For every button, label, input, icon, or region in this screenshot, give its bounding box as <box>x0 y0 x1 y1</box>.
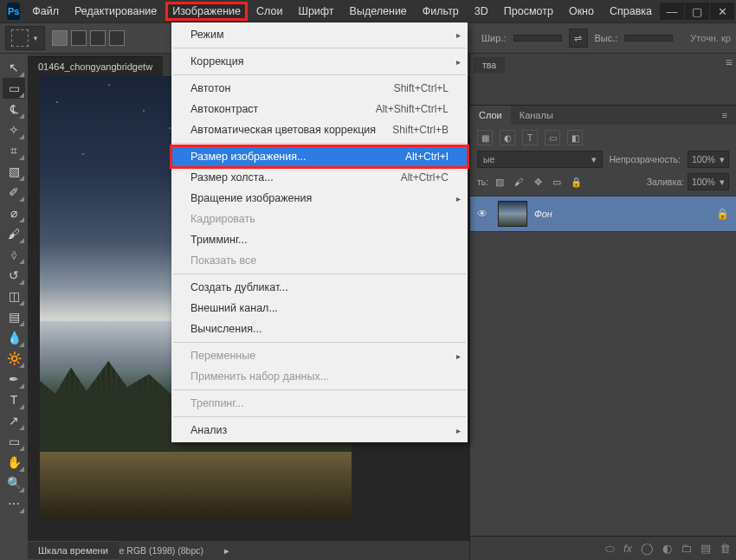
lock-pixels-icon[interactable]: 🖌 <box>511 174 526 190</box>
filter-adjust-icon[interactable]: ◐ <box>500 130 515 145</box>
menu-файл[interactable]: Файл <box>25 2 66 21</box>
menu-слои[interactable]: Слои <box>249 2 289 21</box>
fx-icon[interactable]: fx <box>623 542 632 555</box>
menu-выделение[interactable]: Выделение <box>343 2 414 21</box>
group-icon[interactable]: 🗀 <box>681 542 692 555</box>
menu-shortcut: Alt+Shift+Ctrl+L <box>376 103 449 115</box>
maximize-button[interactable]: ▢ <box>685 3 709 20</box>
menu-item-label: Переменные <box>190 350 255 362</box>
filter-shape-icon[interactable]: ▭ <box>545 130 560 145</box>
shape-new[interactable] <box>52 30 68 46</box>
refine-edge[interactable]: Уточн. кр <box>690 33 731 43</box>
spot-heal-tool[interactable]: ⌀ <box>3 203 25 223</box>
eyedropper-tool[interactable]: ✐ <box>3 182 25 203</box>
filter-smart-icon[interactable]: ◧ <box>567 130 583 145</box>
adjustment-icon[interactable]: ◐ <box>662 542 672 555</box>
menu-item-вычисления-[interactable]: Вычисления... <box>171 319 468 339</box>
menu-item-размер-холста-[interactable]: Размер холста...Alt+Ctrl+C <box>171 167 468 188</box>
menu-item-автоконтраст[interactable]: АвтоконтрастAlt+Shift+Ctrl+L <box>171 99 468 119</box>
minimize-button[interactable]: — <box>660 3 684 20</box>
move-tool[interactable]: ↖ <box>3 57 25 78</box>
height-input[interactable] <box>624 35 673 42</box>
shape-tool[interactable]: ▭ <box>3 431 25 452</box>
visibility-icon[interactable]: 👁 <box>477 208 491 220</box>
menu-item-анализ[interactable]: Анализ <box>171 420 468 441</box>
menu-item-тримминг-[interactable]: Тримминг... <box>171 229 468 250</box>
menu-3d[interactable]: 3D <box>468 2 495 21</box>
tool-preset[interactable]: ▼ <box>5 26 45 50</box>
history-brush-tool[interactable]: ↺ <box>3 265 25 286</box>
link-wh-button[interactable]: ⇌ <box>569 29 588 48</box>
menu-окно[interactable]: Окно <box>562 2 601 21</box>
lock-transparent-icon[interactable]: ▨ <box>492 174 507 190</box>
menu-item-треппинг-: Треппинг... <box>171 393 468 414</box>
delete-icon[interactable]: 🗑 <box>720 542 731 555</box>
hand-tool[interactable]: ✋ <box>3 452 25 473</box>
menu-item-вращение-изображения[interactable]: Вращение изображения <box>171 188 468 209</box>
menu-справка[interactable]: Справка <box>603 2 659 21</box>
window-controls: — ▢ ✕ <box>659 3 734 20</box>
crop-tool[interactable]: ⌗ <box>3 140 25 161</box>
tab-channels[interactable]: Каналы <box>511 106 562 125</box>
menu-шрифт[interactable]: Шрифт <box>291 2 340 21</box>
menu-редактирование[interactable]: Редактирование <box>68 2 164 21</box>
zoom-tool[interactable]: 🔍 <box>3 473 25 493</box>
pen-tool[interactable]: ✒ <box>3 369 25 389</box>
new-layer-icon[interactable]: ▤ <box>700 542 711 555</box>
shape-add[interactable] <box>71 30 87 46</box>
magic-wand-tool[interactable]: ✧ <box>3 119 25 140</box>
menu-item-label: Размер изображения... <box>190 151 306 163</box>
dodge-tool[interactable]: 🔆 <box>3 348 25 369</box>
menu-item-автотон[interactable]: АвтотонShift+Ctrl+L <box>171 78 468 99</box>
eraser-tool[interactable]: ◫ <box>3 286 25 306</box>
lock-artboard-icon[interactable]: ▭ <box>549 174 565 190</box>
path-tool[interactable]: ↗ <box>3 410 25 431</box>
lasso-tool[interactable]: ℄ <box>3 99 25 119</box>
tab-layers[interactable]: Слои <box>470 106 511 125</box>
blend-mode-dropdown[interactable]: ые▾ <box>477 151 603 168</box>
shape-subtract[interactable] <box>90 30 106 46</box>
lock-position-icon[interactable]: ✥ <box>530 174 546 190</box>
filter-pixel-icon[interactable]: ▦ <box>477 130 493 145</box>
menu-separator <box>173 74 466 75</box>
panel-menu-icon[interactable]: ≡ <box>726 55 733 69</box>
layer-name[interactable]: Фон <box>534 209 709 219</box>
lock-all-icon[interactable]: 🔒 <box>568 174 584 190</box>
document-tab[interactable]: 01464_chongyangbridgetw <box>28 56 163 76</box>
marquee-tool[interactable]: ▭ <box>3 78 25 99</box>
fill-input[interactable]: 100%▾ <box>688 173 729 190</box>
gradient-tool[interactable]: ▤ <box>3 306 25 327</box>
timeline-tab-label: Шкала времени <box>28 542 119 559</box>
menu-item-label: Применить набор данных... <box>190 370 329 383</box>
link-layers-icon[interactable]: ⬭ <box>605 542 615 556</box>
timeline-panel-tab[interactable]: Шкала времени <box>28 541 119 560</box>
opacity-input[interactable]: 100%▾ <box>688 151 729 168</box>
menu-item-коррекция[interactable]: Коррекция <box>171 51 468 72</box>
layer-thumbnail[interactable] <box>498 201 527 227</box>
filter-type-icon[interactable]: T <box>522 130 538 145</box>
brush-tool[interactable]: 🖌 <box>3 223 25 244</box>
frame-tool[interactable]: ▧ <box>3 161 25 182</box>
width-input[interactable] <box>513 35 562 42</box>
image-menu-dropdown: РежимКоррекцияАвтотонShift+Ctrl+LАвтокон… <box>171 23 468 442</box>
stamp-tool[interactable]: ⎀ <box>3 244 25 265</box>
close-button[interactable]: ✕ <box>710 3 734 20</box>
shape-intersect[interactable] <box>109 30 125 46</box>
menu-item-размер-изображения-[interactable]: Размер изображения...Alt+Ctrl+I <box>171 146 468 167</box>
menu-изображение[interactable]: Изображение <box>165 2 248 21</box>
blur-tool[interactable]: 💧 <box>3 327 25 348</box>
menu-item-создать-дубликат-[interactable]: Создать дубликат... <box>171 277 468 298</box>
menu-separator <box>173 342 466 343</box>
menu-item-внешний-канал-[interactable]: Внешний канал... <box>171 298 468 319</box>
menu-просмотр[interactable]: Просмотр <box>497 2 560 21</box>
menu-фильтр[interactable]: Фильтр <box>416 2 466 21</box>
more-tool[interactable]: ⋯ <box>3 493 25 514</box>
mask-icon[interactable]: ◯ <box>641 542 654 555</box>
menu-item-автоматическая-цветовая-коррекция[interactable]: Автоматическая цветовая коррекцияShift+C… <box>171 119 468 140</box>
properties-tab[interactable]: тва <box>474 57 505 73</box>
menu-item-режим[interactable]: Режим <box>171 24 468 45</box>
layer-row[interactable]: 👁 Фон 🔒 <box>470 196 736 232</box>
status-arrow-icon[interactable]: ▸ <box>224 545 229 556</box>
type-tool[interactable]: T <box>3 389 25 410</box>
panel-menu-icon[interactable]: ≡ <box>713 106 736 125</box>
